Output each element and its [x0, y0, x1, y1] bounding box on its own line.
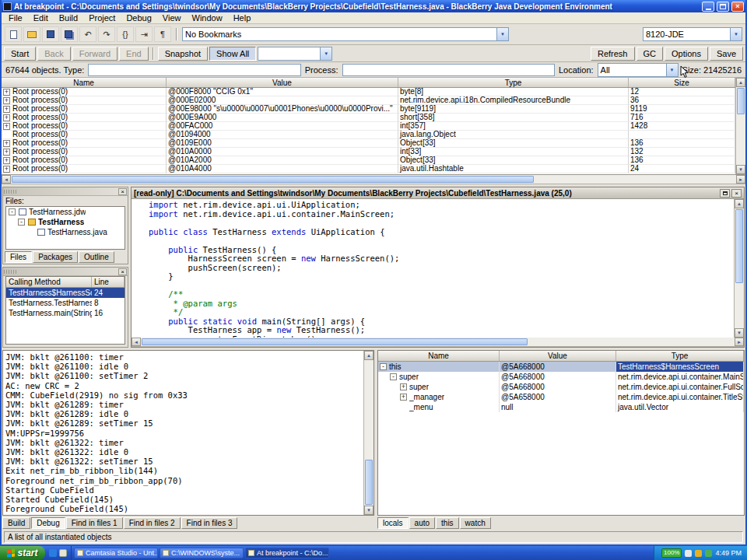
tray-update-icon[interactable]	[695, 550, 702, 557]
menu-project[interactable]: Project	[83, 12, 121, 23]
expand-icon[interactable]: +	[3, 97, 10, 104]
tab-this[interactable]: this	[436, 517, 459, 529]
table-row[interactable]: +Root process(0)@010A0000int[33]132	[2, 148, 735, 156]
chevron-down-icon[interactable]: ▼	[730, 28, 742, 40]
restore-button[interactable]	[720, 189, 730, 198]
expand-icon[interactable]: +	[3, 123, 10, 130]
editor-titlebar[interactable]: [read-only] C:\Documents and Settings\tw…	[132, 187, 744, 199]
tree-item[interactable]: -TestHarness	[6, 217, 124, 227]
expand-icon[interactable]: -	[390, 373, 397, 380]
scroll-down-icon[interactable]: ▼	[364, 506, 374, 515]
tab-auto[interactable]: auto	[409, 517, 435, 529]
taskbar-task[interactable]: At breakpoint - C:\Do...	[245, 548, 329, 558]
chevron-down-icon[interactable]: ▼	[320, 47, 331, 60]
objects-vertical-scrollbar[interactable]: ▲ ▼	[735, 78, 745, 174]
menu-window[interactable]: Window	[187, 12, 228, 23]
taskbar-task[interactable]: C:\WINDOWS\syste...	[160, 548, 244, 558]
menu-debug[interactable]: Debug	[121, 12, 156, 23]
process-filter-input[interactable]	[342, 64, 555, 76]
objects-horizontal-scrollbar[interactable]: ◄ ►	[2, 175, 745, 184]
tab-find-in-files-1[interactable]: Find in files 1	[66, 517, 123, 529]
close-button[interactable]: ×	[731, 2, 744, 12]
location-combo[interactable]: All ▼	[598, 63, 679, 77]
button-end[interactable]: End	[119, 47, 149, 61]
tab-files[interactable]: Files	[5, 251, 32, 263]
save-button[interactable]	[42, 26, 59, 42]
taskbar-task[interactable]: Camtasia Studio - Unt...	[74, 548, 158, 558]
redo-button[interactable]: ↷	[98, 26, 115, 42]
type-filter-input[interactable]	[88, 64, 300, 76]
menu-view[interactable]: View	[157, 12, 187, 23]
table-row[interactable]: +Root process(0)@00E98000 "s\u0000\u0007…	[2, 105, 735, 114]
open-file-button[interactable]	[23, 26, 40, 42]
tree-item[interactable]: TestHarness.java	[6, 227, 124, 237]
table-row[interactable]: _menunulljava.util.Vector	[378, 402, 744, 412]
tab-find-in-files-2[interactable]: Find in files 2	[124, 517, 181, 529]
undo-button[interactable]: ↶	[79, 26, 96, 42]
button-back[interactable]: Back	[37, 47, 70, 61]
calling-panel-titlebar[interactable]: ×	[3, 268, 128, 276]
table-row[interactable]: Root process(0)@01094000java.lang.Object	[2, 131, 735, 139]
scroll-thumb[interactable]	[12, 176, 534, 183]
console-vertical-scrollbar[interactable]: ▲ ▼	[363, 351, 374, 515]
button-show-all[interactable]: Show All	[209, 47, 256, 61]
expand-icon[interactable]: +	[3, 89, 10, 96]
braces-button[interactable]: {}	[117, 26, 134, 42]
expand-icon[interactable]: -	[18, 219, 25, 226]
expand-icon[interactable]: +	[3, 149, 10, 156]
save-all-button[interactable]	[61, 26, 78, 42]
tree-item[interactable]: -TestHarness.jdw	[6, 207, 124, 217]
scroll-thumb[interactable]	[365, 460, 373, 505]
table-row[interactable]: +Root process(0)@010A4000java.util.Hasht…	[2, 165, 735, 173]
expand-icon[interactable]: +	[400, 394, 407, 401]
close-icon[interactable]: ×	[118, 268, 127, 275]
tab-find-in-files-3[interactable]: Find in files 3	[181, 517, 238, 529]
button-snapshot[interactable]: Snapshot	[158, 47, 208, 61]
menu-edit[interactable]: Edit	[28, 12, 54, 23]
tray-volume-icon[interactable]	[685, 550, 692, 557]
paragraph-button[interactable]: ¶	[154, 26, 171, 42]
close-icon[interactable]: ×	[118, 188, 127, 195]
scroll-left-icon[interactable]: ◄	[2, 175, 11, 184]
menu-file[interactable]: File	[3, 12, 28, 23]
menu-build[interactable]: Build	[54, 12, 83, 23]
button-save[interactable]: Save	[710, 47, 743, 61]
editor-vertical-scrollbar[interactable]: ▲ ▼	[734, 199, 744, 338]
close-button[interactable]: ×	[731, 189, 742, 198]
tab-debug[interactable]: Debug	[31, 517, 65, 529]
button-options[interactable]: Options	[665, 47, 708, 61]
chevron-down-icon[interactable]: ▼	[496, 28, 508, 40]
code-area[interactable]: import net.rim.device.api.ui.UiApplicati…	[132, 199, 734, 338]
bookmarks-combo[interactable]: No Bookmarks ▼	[182, 27, 509, 41]
start-button[interactable]: start	[0, 546, 45, 560]
scroll-thumb[interactable]	[735, 209, 743, 283]
expand-icon[interactable]: +	[3, 114, 10, 121]
button-forward[interactable]: Forward	[72, 47, 117, 61]
scroll-up-icon[interactable]: ▲	[735, 199, 744, 208]
scroll-thumb[interactable]	[737, 88, 745, 114]
expand-icon[interactable]: +	[400, 383, 407, 390]
indent-button[interactable]: ⇥	[135, 26, 153, 42]
clock[interactable]: 4:49 PM	[715, 549, 742, 557]
scroll-track[interactable]	[141, 338, 735, 346]
tab-locals[interactable]: locals	[377, 517, 409, 529]
column-header-line[interactable]: Line	[92, 277, 124, 287]
tab-packages[interactable]: Packages	[33, 251, 78, 263]
scroll-left-icon[interactable]: ◄	[132, 338, 141, 346]
expand-icon[interactable]: -	[9, 208, 16, 215]
debug-filter-combo[interactable]: ▼	[258, 47, 332, 61]
tab-watch[interactable]: watch	[460, 517, 491, 529]
expand-icon[interactable]: +	[3, 166, 10, 173]
quick-launch-desktop-icon[interactable]	[59, 549, 67, 557]
expand-icon[interactable]: +	[3, 140, 10, 147]
chevron-down-icon[interactable]: ▼	[666, 64, 678, 76]
table-row[interactable]: +Root process(0)@000F8000 "CCIG 0x1"byte…	[2, 88, 735, 96]
table-row[interactable]: -super@5A668000net.rim.device.api.ui.con…	[378, 372, 744, 382]
column-header-type[interactable]: Type	[398, 78, 629, 87]
scroll-right-icon[interactable]: ►	[735, 338, 744, 346]
table-row[interactable]: +Root process(0)@00FAC000int[357]1428	[2, 122, 735, 131]
table-row[interactable]: +super@5A668000net.rim.device.api.ui.con…	[378, 382, 744, 392]
editor-horizontal-scrollbar[interactable]: ◄ ►	[132, 338, 744, 347]
expand-icon[interactable]: +	[3, 157, 10, 164]
console-text[interactable]: JVM: bklt @261100: timerJVM: bklt @26110…	[3, 351, 363, 515]
